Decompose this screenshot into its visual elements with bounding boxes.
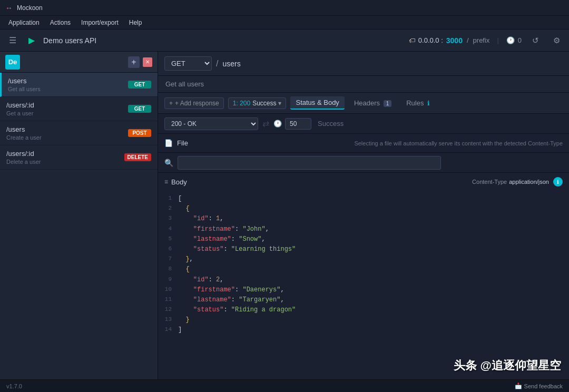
settings-button[interactable]: ⚙ — [549, 33, 564, 48]
arrow-right: ⇄ — [262, 119, 269, 129]
code-line-8: 8 { — [158, 264, 569, 275]
url-section: 🏷 0.0.0.0 : 3000 / prefix | 🕐 0 — [409, 36, 522, 45]
route-path: /users/:id — [6, 101, 124, 109]
version-label: v1.7.0 — [6, 383, 22, 389]
code-line-1: 1 [ — [158, 194, 569, 204]
url-slash: / — [467, 36, 469, 44]
close-sidebar-button[interactable]: ✕ — [143, 57, 152, 67]
file-hint: Selecting a file will automatically serv… — [354, 140, 563, 146]
route-desc: Create a user — [6, 134, 124, 141]
route-desc: Get all users — [8, 86, 124, 92]
code-line-7: 7 }, — [158, 254, 569, 264]
status-text: Success — [318, 120, 344, 128]
app-name-label: Demo users API — [43, 36, 96, 45]
headers-badge: 1 — [384, 100, 392, 107]
code-line-6: 6 "status": "Learning things" — [158, 244, 569, 254]
code-line-14: 14 ] — [158, 325, 569, 335]
route-path: /users — [6, 125, 124, 133]
status-row: 200 - OK 201 - Created 400 - Bad Request… — [158, 114, 569, 134]
app-title: Mockoon — [17, 4, 43, 12]
url-host-label: 0.0.0.0 : — [418, 36, 443, 44]
menu-import-export[interactable]: Import/export — [77, 18, 123, 27]
method-select[interactable]: GET POST PUT DELETE PATCH — [164, 56, 212, 71]
file-icon: 📄 — [164, 139, 173, 147]
code-line-12: 12 "status": "Riding a dragon" — [158, 305, 569, 315]
route-desc: Delete a user — [6, 159, 120, 165]
content-type-value: application/json — [509, 179, 549, 185]
body-icon: ≡ — [164, 178, 168, 185]
main-content: GET POST PUT DELETE PATCH / users Get al… — [158, 52, 569, 379]
method-badge-get: GET — [128, 81, 151, 89]
code-line-9: 9 "id": 2, — [158, 275, 569, 285]
feedback-icon: 📩 — [515, 383, 522, 389]
search-icon: 🔍 — [164, 159, 173, 167]
rules-info-icon: ℹ — [427, 100, 430, 107]
sidebar: De + ✕ /users Get all users GET /users/:… — [0, 52, 158, 379]
clock-icon: 🕐 — [273, 120, 282, 128]
chevron-down-icon: ▾ — [278, 100, 281, 107]
tab-headers[interactable]: Headers 1 — [349, 97, 397, 109]
code-line-2: 2 { — [158, 204, 569, 214]
content-type-label: Content-Type — [472, 179, 507, 185]
route-item-users-post[interactable]: /users Create a user POST — [0, 121, 158, 145]
method-badge-post: POST — [128, 129, 151, 137]
sidebar-env-bar: De + ✕ — [0, 52, 158, 73]
tab-rules[interactable]: Rules ℹ — [401, 97, 435, 109]
add-icon: + — [169, 100, 173, 107]
response-selector[interactable]: 1: 200 Success ▾ — [228, 97, 287, 109]
route-description: Get all users — [158, 76, 569, 93]
code-line-11: 11 "lastname": "Targaryen", — [158, 295, 569, 305]
file-label: File — [177, 139, 188, 147]
history-button[interactable]: ↺ — [528, 33, 543, 48]
body-label: Body — [171, 178, 187, 186]
code-line-13: 13 } — [158, 315, 569, 325]
route-path: /users/:id — [6, 150, 120, 158]
method-badge-delete: DELETE — [124, 153, 151, 161]
response-code: 1: 200 — [233, 100, 250, 107]
url-badge-icon: 🏷 — [409, 37, 415, 44]
req-slash: / — [216, 59, 218, 68]
content-type-info-button[interactable]: ℹ — [553, 177, 563, 187]
env-badge[interactable]: De — [5, 55, 20, 70]
statusbar: v1.7.0 📩 Send feedback — [0, 379, 569, 392]
toolbar: ☰ ▶ Demo users API 🏷 0.0.0.0 : 3000 / pr… — [0, 30, 569, 52]
feedback-label: Send feedback — [524, 383, 563, 389]
latency-input[interactable] — [285, 118, 311, 130]
menu-application[interactable]: Application — [4, 18, 44, 27]
route-item-users-id-delete[interactable]: /users/:id Delete a user DELETE — [0, 145, 158, 170]
route-item-users-id-get[interactable]: /users/:id Get a user GET — [0, 97, 158, 121]
play-button[interactable]: ▶ — [24, 33, 39, 48]
body-header: ≡ Body Content-Type application/json ℹ — [158, 173, 569, 191]
route-item-users-get[interactable]: /users Get all users GET — [0, 73, 158, 97]
route-path: /users — [8, 77, 124, 85]
titlebar: ↔ Mockoon — [0, 0, 569, 16]
req-path: users — [222, 60, 563, 68]
status-code-select[interactable]: 200 - OK 201 - Created 400 - Bad Request… — [164, 117, 258, 130]
search-row: 🔍 — [158, 153, 569, 173]
menubar: Application Actions Import/export Help — [0, 16, 569, 30]
send-feedback-button[interactable]: 📩 Send feedback — [515, 383, 563, 389]
response-name: Success — [252, 100, 276, 107]
code-line-5: 5 "lastname": "Snow", — [158, 234, 569, 244]
clock-icon: 🕐 — [506, 36, 515, 44]
add-response-label: + Add response — [175, 100, 219, 107]
code-line-3: 3 "id": 1, — [158, 214, 569, 224]
url-prefix-label: prefix — [473, 36, 490, 44]
menu-actions[interactable]: Actions — [46, 18, 75, 27]
add-response-button[interactable]: + + Add response — [164, 97, 224, 109]
menu-help[interactable]: Help — [125, 18, 146, 27]
latency-section: 🕐 — [273, 118, 311, 130]
response-bar: + + Add response 1: 200 Success ▾ Status… — [158, 93, 569, 114]
url-port-label: 3000 — [446, 36, 463, 45]
code-line-10: 10 "firstname": "Daenerys", — [158, 285, 569, 295]
file-row: 📄 File Selecting a file will automatical… — [158, 134, 569, 153]
tab-status-body[interactable]: Status & Body — [290, 96, 344, 110]
url-zero-label: 0 — [518, 36, 522, 44]
code-editor: 1 [ 2 { 3 "id": 1, 4 "firstname": "John"… — [158, 191, 569, 379]
method-badge-get: GET — [128, 105, 151, 113]
add-route-button[interactable]: + — [128, 56, 140, 68]
main-layout: De + ✕ /users Get all users GET /users/:… — [0, 52, 569, 379]
search-input[interactable] — [178, 156, 441, 170]
code-line-4: 4 "firstname": "John", — [158, 224, 569, 234]
hamburger-button[interactable]: ☰ — [5, 33, 20, 48]
